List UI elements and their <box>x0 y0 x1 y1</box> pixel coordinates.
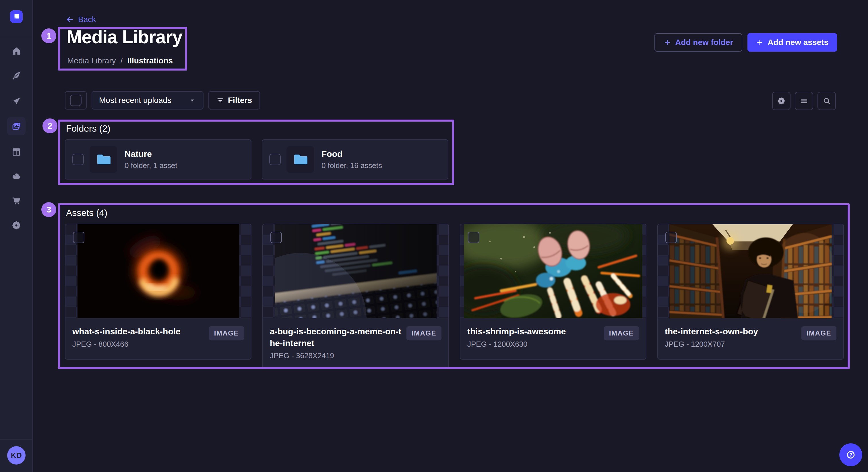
folders-row: Nature 0 folder, 1 asset Food 0 folder, … <box>65 139 448 179</box>
asset-title: the-internet-s-own-boy <box>665 326 797 338</box>
strapi-logo-icon <box>12 13 20 20</box>
sidebar-item-deploy[interactable] <box>7 167 26 185</box>
home-icon <box>11 46 21 56</box>
folder-tile <box>286 146 314 173</box>
media-library-icon <box>11 121 22 131</box>
black-hole-photo <box>78 224 239 318</box>
layout-icon <box>11 147 21 157</box>
annotation-badge-1: 1 <box>41 28 56 43</box>
sidebar-item-releases[interactable] <box>7 92 26 110</box>
cloud-icon <box>11 171 21 181</box>
folders-heading: Folders (2) <box>66 123 111 134</box>
select-all-button[interactable] <box>65 91 87 109</box>
asset-meta: JPEG - 800X466 <box>72 340 205 349</box>
folder-tile <box>90 146 117 173</box>
asset-title: this-shrimp-is-awesome <box>467 326 599 338</box>
add-new-folder-button[interactable]: Add new folder <box>654 33 742 52</box>
sidebar-item-home[interactable] <box>7 42 26 60</box>
asset-type-badge: IMAGE <box>406 326 441 340</box>
folder-checkbox[interactable] <box>269 154 281 165</box>
asset-checkbox[interactable] <box>468 232 479 243</box>
sidebar-divider <box>0 37 32 37</box>
sidebar-item-pages[interactable] <box>7 143 26 161</box>
sort-dropdown[interactable]: Most recent uploads <box>92 91 204 109</box>
svg-text:?: ? <box>849 452 852 458</box>
asset-card[interactable]: this-shrimp-is-awesome JPEG - 1200X630 I… <box>460 224 646 360</box>
asset-preview <box>658 224 843 318</box>
asset-type-badge: IMAGE <box>209 326 244 340</box>
asset-preview <box>263 224 448 318</box>
asset-checkbox[interactable] <box>73 232 84 243</box>
filters-button[interactable]: Filters <box>208 91 260 109</box>
asset-meta: JPEG - 3628X2419 <box>270 351 402 360</box>
asset-caption: the-internet-s-own-boy JPEG - 1200X707 I… <box>658 318 843 359</box>
sidebar-item-media-library[interactable] <box>7 117 26 135</box>
sidebar-bottom-divider <box>0 439 32 440</box>
annotation-badge-3: 3 <box>41 202 56 217</box>
plus-icon <box>663 39 671 46</box>
select-all-checkbox[interactable] <box>70 95 82 106</box>
sort-value: Most recent uploads <box>99 96 172 105</box>
breadcrumb-root[interactable]: Media Library <box>67 56 116 65</box>
strapi-logo[interactable] <box>10 10 23 23</box>
search-button[interactable] <box>817 92 836 110</box>
settings-icon <box>777 97 786 105</box>
folder-checkbox[interactable] <box>72 154 84 165</box>
folder-icon <box>293 154 307 165</box>
folder-name: Nature <box>125 149 177 159</box>
asset-checkbox[interactable] <box>270 232 282 243</box>
list-view-button[interactable] <box>795 92 813 110</box>
assets-heading: Assets (4) <box>66 208 107 218</box>
asset-type-badge: IMAGE <box>801 326 836 340</box>
asset-caption: what-s-inside-a-black-hole JPEG - 800X46… <box>65 318 251 359</box>
laptop-code-photo <box>275 224 437 318</box>
page-title: Media Library <box>67 26 182 47</box>
plus-icon <box>756 39 764 46</box>
feather-icon <box>11 71 21 80</box>
asset-title: a-bug-is-becoming-a-meme-on-the-internet <box>270 326 402 349</box>
filters-label: Filters <box>228 96 252 105</box>
back-link[interactable]: Back <box>65 15 96 24</box>
folder-icon <box>96 154 111 165</box>
back-label: Back <box>78 15 96 24</box>
breadcrumb-separator: / <box>121 56 123 65</box>
asset-preview <box>460 224 646 318</box>
user-avatar[interactable]: KD <box>7 446 26 465</box>
sidebar-item-settings[interactable] <box>7 216 26 235</box>
asset-card[interactable]: the-internet-s-own-boy JPEG - 1200X707 I… <box>657 224 844 360</box>
paper-plane-icon <box>11 96 21 106</box>
asset-preview <box>65 224 251 318</box>
folder-meta: 0 folder, 16 assets <box>321 161 382 170</box>
asset-card[interactable]: a-bug-is-becoming-a-meme-on-the-internet… <box>262 224 449 369</box>
add-new-folder-label: Add new folder <box>675 38 733 47</box>
add-new-assets-button[interactable]: Add new assets <box>747 33 837 52</box>
settings-button[interactable] <box>772 92 790 110</box>
question-mark-icon: ? <box>845 449 856 460</box>
cart-icon <box>11 196 21 206</box>
add-new-assets-label: Add new assets <box>768 38 828 47</box>
asset-checkbox[interactable] <box>665 232 677 243</box>
help-button[interactable]: ? <box>839 443 862 466</box>
assets-row: what-s-inside-a-black-hole JPEG - 800X46… <box>65 224 844 369</box>
gear-icon <box>11 221 21 230</box>
mantis-shrimp-photo <box>464 224 642 318</box>
asset-caption: this-shrimp-is-awesome JPEG - 1200X630 I… <box>460 318 646 359</box>
list-icon <box>800 97 808 105</box>
arrow-left-icon <box>65 15 74 24</box>
folder-meta: 0 folder, 1 asset <box>125 161 177 170</box>
folder-card-food[interactable]: Food 0 folder, 16 assets <box>262 139 448 179</box>
filter-icon <box>216 97 224 104</box>
folder-name: Food <box>321 149 382 159</box>
breadcrumb-current: Illustrations <box>127 56 173 65</box>
sidebar-item-marketplace[interactable] <box>7 192 26 210</box>
sidebar: KD <box>0 0 33 472</box>
asset-caption: a-bug-is-becoming-a-meme-on-the-internet… <box>263 318 448 369</box>
asset-card[interactable]: what-s-inside-a-black-hole JPEG - 800X46… <box>65 224 251 360</box>
folder-card-nature[interactable]: Nature 0 folder, 1 asset <box>65 139 251 179</box>
asset-meta: JPEG - 1200X630 <box>467 340 599 349</box>
sidebar-item-content[interactable] <box>7 67 26 85</box>
asset-title: what-s-inside-a-black-hole <box>72 326 205 338</box>
breadcrumb: Media Library / Illustrations <box>67 56 173 65</box>
view-controls <box>772 92 836 110</box>
chevron-down-icon <box>189 97 196 104</box>
